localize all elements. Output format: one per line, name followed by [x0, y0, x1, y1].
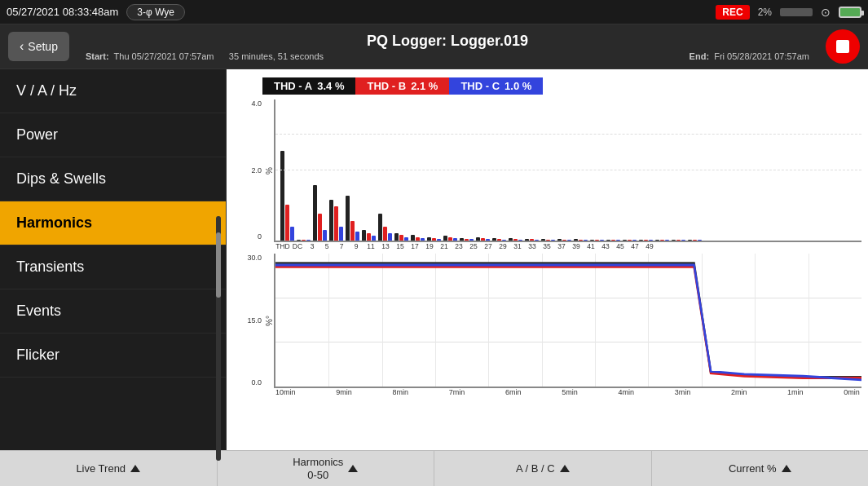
rec-badge: REC	[716, 5, 749, 20]
bar-a-9	[427, 237, 431, 241]
grid-75	[275, 134, 861, 135]
line-x-label-4: 6min	[505, 388, 522, 396]
bar-group-12	[476, 237, 490, 241]
line-x-label-3: 7min	[449, 388, 465, 396]
bar-b-2	[318, 214, 322, 241]
sidebar-item-dips-swells[interactable]: Dips & Swells	[0, 157, 226, 201]
sidebar-item-flicker[interactable]: Flicker	[0, 334, 226, 378]
battery-icon	[839, 7, 861, 18]
bar-b-0	[285, 205, 289, 241]
bar-c-10	[453, 238, 457, 241]
sidebar-item-power[interactable]: Power	[0, 113, 226, 157]
bar-group-3	[329, 200, 343, 241]
thd-badges: THD - A 3.4 % THD - B 2.1 % THD - C 1.0 …	[262, 77, 861, 95]
bar-b-9	[432, 238, 436, 241]
bar-b-8	[416, 237, 420, 241]
bar-a-11	[460, 238, 464, 241]
bar-group-14	[509, 238, 522, 241]
line-x-label-0: 10min	[275, 388, 296, 396]
bar-c-4	[355, 232, 359, 241]
line-x-label-6: 4min	[618, 388, 634, 396]
bar-x-label-7: 13	[378, 242, 393, 250]
sidebar-scrollbar-thumb	[216, 232, 221, 298]
bar-b-10	[448, 237, 452, 241]
sidebar-item-v-a-hz[interactable]: V / A / Hz	[0, 69, 226, 113]
bar-x-label-17: 33	[525, 242, 540, 250]
bar-b-24	[676, 240, 681, 241]
bar-c-7	[404, 237, 408, 241]
line-x-labels: 10min9min8min7min6min5min4min3min2min1mi…	[275, 388, 861, 396]
bar-c-24	[681, 240, 685, 241]
bar-c-9	[437, 239, 441, 241]
bar-a-19	[590, 240, 594, 241]
bar-x-label-23: 45	[613, 242, 628, 250]
status-bar: 05/27/2021 08:33:48am 3-φ Wye REC 2% ⊙	[0, 0, 868, 24]
live-trend-arrow-icon	[130, 465, 140, 472]
header-center: PQ Logger: Logger.019 Start: Thu 05/27/2…	[69, 33, 826, 61]
harmonics-0-50-button[interactable]: Harmonics 0-50	[218, 451, 435, 486]
bar-a-21	[623, 240, 627, 241]
bar-c-18	[584, 240, 588, 241]
back-button[interactable]: ‹ Setup	[8, 32, 69, 61]
live-trend-button[interactable]: Live Trend	[0, 451, 218, 486]
bar-group-9	[427, 237, 441, 241]
bar-a-0	[280, 151, 284, 241]
back-arrow-icon: ‹	[20, 39, 24, 54]
bar-group-17	[557, 239, 571, 241]
bar-c-3	[339, 227, 343, 241]
bar-a-13	[492, 238, 496, 241]
bar-group-16	[541, 239, 555, 241]
bar-b-18	[579, 240, 583, 241]
bar-b-21	[628, 240, 632, 241]
bar-chart	[274, 99, 861, 242]
bar-c-20	[616, 240, 620, 241]
bar-c-1	[306, 240, 311, 241]
line-a	[275, 263, 861, 378]
sidebar-item-transients[interactable]: Transients	[0, 245, 226, 289]
bar-group-10	[443, 236, 457, 241]
bar-b-3	[334, 206, 338, 241]
bar-y-min: 0	[258, 232, 262, 241]
bar-a-1	[297, 240, 301, 241]
bar-a-6	[378, 214, 382, 241]
stop-button[interactable]	[826, 29, 860, 64]
thd-a-label: THD - A	[274, 80, 312, 92]
bar-group-19	[590, 240, 604, 241]
bar-b-5	[367, 233, 371, 241]
bar-a-5	[362, 230, 366, 241]
grid-mid	[275, 170, 861, 170]
sidebar-item-events[interactable]: Events	[0, 289, 226, 334]
line-x-label-8: 2min	[731, 388, 747, 396]
bar-c-12	[486, 239, 490, 241]
current-pct-arrow-icon	[782, 465, 791, 472]
bar-x-label-11: 21	[437, 242, 452, 250]
content-area: THD - A 3.4 % THD - B 2.1 % THD - C 1.0 …	[227, 69, 868, 450]
line-c	[275, 265, 861, 380]
bar-x-label-0: THD	[275, 242, 290, 250]
wifi-icon: ⊙	[821, 6, 831, 19]
bar-x-label-24: 47	[628, 242, 642, 250]
bar-a-16	[541, 239, 545, 241]
line-x-label-7: 3min	[675, 388, 691, 396]
sidebar-item-harmonics[interactable]: Harmonics	[0, 201, 226, 245]
bar-x-label-8: 15	[393, 242, 408, 250]
bar-a-12	[476, 237, 480, 241]
bar-c-0	[290, 227, 294, 241]
bar-group-21	[623, 240, 637, 241]
sidebar-scrollbar[interactable]	[216, 216, 221, 461]
bar-a-17	[557, 239, 562, 241]
current-pct-button[interactable]: Current %	[652, 451, 869, 486]
line-y-mid: 15.0	[247, 316, 262, 325]
battery-pct: 2%	[758, 7, 772, 18]
bar-c-5	[372, 236, 376, 241]
line-b	[275, 267, 861, 378]
bar-b-7	[399, 235, 403, 241]
bar-x-label-16: 31	[510, 242, 525, 250]
a-b-c-button[interactable]: A / B / C	[434, 451, 652, 486]
toolbar: Live Trend Harmonics 0-50 A / B / C Curr…	[0, 450, 868, 486]
bar-a-2	[313, 185, 317, 241]
bar-x-label-2: 3	[305, 242, 319, 250]
bar-a-22	[639, 240, 643, 241]
bar-x-label-25: 49	[642, 242, 657, 250]
stop-icon	[836, 40, 849, 53]
